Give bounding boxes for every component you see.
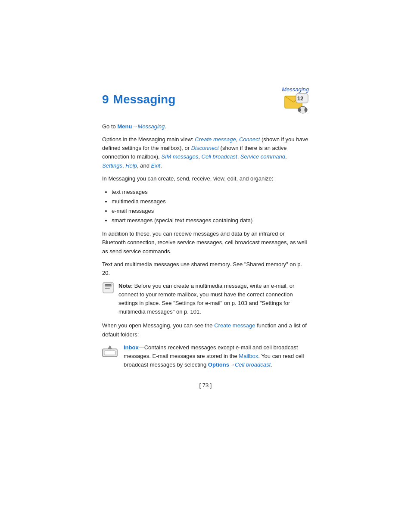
inbox-label: Inbox [124, 344, 139, 351]
messaging-link[interactable]: Messaging [137, 123, 165, 130]
svg-rect-14 [109, 346, 111, 349]
svg-point-5 [305, 108, 308, 112]
in-messaging-paragraph: In Messaging you can create, send, recei… [102, 174, 309, 183]
addition-paragraph: In addition to these, you can receive me… [102, 230, 309, 255]
note-text-content: Note: Before you can create a multimedia… [118, 282, 309, 317]
sim-messages-link[interactable]: SIM messages [161, 153, 198, 160]
section-label: Messaging [102, 86, 309, 93]
menu-link[interactable]: Menu [117, 123, 132, 130]
service-command-link[interactable]: Service command [240, 153, 285, 160]
exit-link[interactable]: Exit [151, 162, 161, 169]
page: Messaging 9 Messaging 12 [0, 0, 411, 532]
shared-memory-paragraph: Text and multimedia messages use shared … [102, 260, 309, 277]
options-paragraph: Options in the Messaging main view: Crea… [102, 135, 309, 170]
note-icon [102, 282, 114, 294]
disconnect-link[interactable]: Disconnect [191, 145, 219, 151]
connect-link[interactable]: Connect [239, 136, 260, 143]
content-area: Messaging 9 Messaging 12 [102, 86, 309, 393]
list-item: e-mail messages [112, 206, 309, 216]
inbox-section: Inbox—Contains received messages except … [102, 343, 309, 369]
svg-rect-8 [105, 286, 112, 287]
chapter-title: 9 Messaging [102, 93, 175, 106]
cell-broadcast-link[interactable]: Cell broadcast [235, 361, 271, 368]
create-message-link-options[interactable]: Create message [195, 136, 236, 143]
goto-paragraph: Go to Menu→Messaging. [102, 122, 309, 131]
note-box: Note: Before you can create a multimedia… [102, 282, 309, 317]
help-link[interactable]: Help [125, 162, 137, 169]
page-number: [ 73 ] [102, 382, 309, 389]
when-open-paragraph: When you open Messaging, you can see the… [102, 321, 309, 339]
svg-point-4 [298, 108, 301, 112]
list-item: multimedia messages [112, 197, 309, 206]
svg-text:12: 12 [297, 95, 303, 102]
svg-rect-12 [104, 351, 115, 355]
list-item: smart messages (special text messages co… [112, 216, 309, 225]
messaging-icon: 12 [284, 93, 309, 116]
settings-link[interactable]: Settings [102, 162, 122, 169]
chapter-title-row: 9 Messaging 12 [102, 93, 309, 116]
list-item: text messages [112, 187, 309, 197]
cell-broadcast-link-options[interactable]: Cell broadcast [202, 153, 237, 160]
inbox-text-content: Inbox—Contains received messages except … [124, 343, 309, 369]
bullet-list: text messages multimedia messages e-mail… [112, 187, 309, 225]
mailbox-link[interactable]: Mailbox [239, 353, 258, 359]
options-link[interactable]: Options [208, 361, 229, 368]
create-message-link-main[interactable]: Create message [214, 322, 255, 329]
inbox-icon [102, 345, 118, 358]
svg-rect-7 [105, 284, 112, 286]
svg-rect-9 [105, 288, 110, 289]
